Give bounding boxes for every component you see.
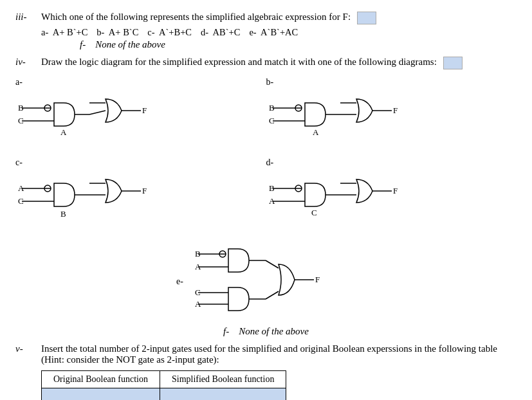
table-header-row: Original Boolean function Simplified Boo… (42, 371, 286, 388)
svg-line-56 (266, 291, 279, 299)
svg-text:F: F (393, 105, 398, 115)
svg-text:B: B (18, 103, 24, 113)
svg-text:C: C (18, 196, 24, 206)
diagrams-grid: a- B C A (15, 77, 517, 235)
option-f-iii: f- None of the above (80, 39, 165, 50)
diagram-b: b- B C A F (266, 77, 517, 151)
svg-text:A: A (269, 196, 275, 206)
option-a-iii: a- A+ B`+C (41, 27, 87, 38)
diagram-a: a- B C A (15, 77, 266, 151)
q-text-iii: Which one of the following represents th… (41, 12, 517, 24)
svg-text:F: F (315, 275, 320, 284)
svg-text:F: F (142, 105, 147, 115)
diagram-b-label: b- (266, 77, 274, 87)
diagram-d: d- B A C F (266, 158, 517, 235)
svg-text:C: C (18, 116, 24, 125)
question-iii: iii- Which one of the following represen… (15, 12, 517, 50)
table-data-row[interactable] (42, 388, 286, 401)
question-v: v- Insert the total number of 2-input ga… (15, 343, 517, 400)
svg-text:A: A (60, 127, 67, 137)
answer-box-iv[interactable] (443, 57, 463, 69)
boolean-table: Original Boolean function Simplified Boo… (41, 370, 286, 400)
svg-text:F: F (142, 186, 147, 195)
svg-text:B: B (60, 209, 66, 219)
diagram-c-label: c- (15, 158, 23, 168)
diagram-e-svg: B A C A (195, 240, 356, 323)
diagram-e-label: e- (176, 277, 183, 287)
col-header-original: Original Boolean function (42, 371, 160, 388)
option-b-iii: b- A+ B`C (96, 27, 138, 38)
diagram-e-row: e- B A C A (15, 240, 517, 323)
svg-text:B: B (195, 249, 201, 259)
svg-line-7 (89, 111, 105, 114)
q-num-iv: iv- (15, 57, 41, 68)
col-header-simplified: Simplified Boolean function (160, 371, 286, 388)
svg-text:C: C (311, 208, 317, 217)
q-num-v: v- (15, 343, 41, 354)
q-text-v: Insert the total number of 2-input gates… (41, 343, 517, 365)
svg-text:B: B (269, 183, 275, 193)
option-d-iii: d- AB`+C (201, 27, 240, 38)
svg-text:A: A (313, 127, 319, 137)
svg-text:A: A (195, 262, 201, 271)
diagram-c-svg: A C B F (15, 170, 163, 235)
diagram-c: c- A C B F (15, 158, 266, 235)
option-e-iii: e- A`B`+AC (249, 27, 298, 38)
option-c-iii: c- A`+B+C (147, 27, 192, 38)
svg-text:F: F (393, 186, 398, 195)
cell-original[interactable] (42, 388, 160, 401)
diagram-d-label: d- (266, 158, 274, 168)
diagram-a-svg: B C A (15, 90, 163, 151)
question-iv: iv- Draw the logic diagram for the simpl… (15, 57, 517, 337)
svg-line-55 (266, 260, 279, 268)
svg-text:B: B (269, 103, 275, 113)
options-row-iii: a- A+ B`+C b- A+ B`C c- A`+B+C d- AB`+C … (41, 27, 517, 38)
diagram-b-svg: B C A F (266, 90, 414, 151)
diagram-d-svg: B A C F (266, 170, 414, 235)
svg-text:C: C (269, 116, 275, 125)
q-num-iii: iii- (15, 12, 41, 23)
cell-simplified[interactable] (160, 388, 286, 401)
diagram-a-label: a- (15, 77, 23, 87)
answer-box-iii[interactable] (357, 12, 376, 24)
svg-text:A: A (18, 183, 24, 193)
q-text-iv: Draw the logic diagram for the simplifie… (41, 57, 517, 69)
svg-text:C: C (195, 287, 201, 297)
f-none-iv: f- None of the above (15, 326, 517, 337)
svg-text:A: A (195, 299, 201, 309)
